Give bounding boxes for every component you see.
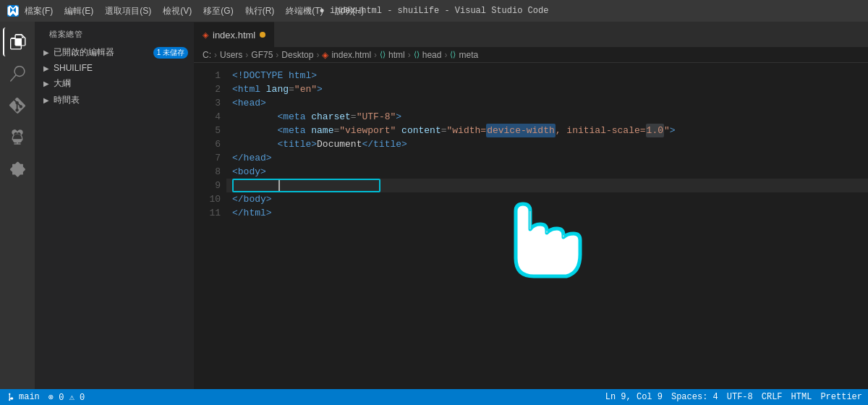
- status-spaces[interactable]: Spaces: 4: [671, 392, 718, 402]
- sidebar-item-label: 時間表: [54, 94, 80, 106]
- line9-indent: [232, 179, 277, 192]
- status-language[interactable]: HTML: [791, 392, 812, 402]
- code-line-4: <meta charset="UTF-8">: [226, 110, 868, 124]
- tab-bar: ◈ index.html: [194, 22, 868, 47]
- chevron-right-icon: ▶: [43, 80, 49, 88]
- code-line-6: <title>Document</title>: [226, 137, 868, 151]
- breadcrumb-users: Users: [220, 50, 242, 60]
- sidebar-section: ▶ 已開啟的編輯器 1 未儲存 ▶ SHUILIFE ▶ 大綱 ▶ 時間表: [35, 44, 194, 108]
- sidebar-item-outline[interactable]: ▶ 大綱: [35, 75, 194, 92]
- sidebar-item-shuiLife[interactable]: ▶ SHUILIFE: [35, 61, 194, 75]
- title-bar-left: 檔案(F) 編輯(E) 選取項目(S) 檢視(V) 移至(G) 執行(R) 終端…: [7, 5, 364, 17]
- sidebar-item-timeline[interactable]: ▶ 時間表: [35, 92, 194, 108]
- status-eol[interactable]: CRLF: [762, 392, 783, 402]
- menu-file[interactable]: 檔案(F): [25, 5, 53, 17]
- breadcrumb-icon-html: ◈: [322, 50, 328, 60]
- breadcrumb-icon-tag3: ⟨⟩: [450, 50, 456, 59]
- breadcrumb-c: C:: [203, 50, 211, 60]
- code-editor[interactable]: 1 2 3 4 5 6 7 8 9 10 11 <!DOCTYPE html> …: [194, 63, 868, 389]
- breadcrumb-sep: ›: [245, 50, 248, 60]
- vscode-logo-icon: [7, 5, 19, 17]
- breadcrumb-sep: ›: [408, 50, 411, 60]
- menu-run[interactable]: 執行(R): [245, 5, 275, 17]
- menu-select[interactable]: 選取項目(S): [105, 5, 151, 17]
- code-line-1: <!DOCTYPE html>: [226, 69, 868, 82]
- breadcrumb-gf75: GF75: [251, 50, 273, 60]
- sidebar-item-label: SHUILIFE: [54, 63, 93, 73]
- html-file-icon: ◈: [203, 30, 208, 40]
- activity-explorer[interactable]: [3, 27, 32, 56]
- code-line-8: <body>: [226, 165, 868, 179]
- line-numbers: 1 2 3 4 5 6 7 8 9 10 11: [194, 63, 226, 389]
- breadcrumb-indexhtml: index.html: [331, 50, 371, 60]
- tab-filename: index.html: [213, 30, 255, 40]
- chevron-right-icon: ▶: [43, 64, 49, 72]
- main-layout: 檔案總管 ▶ 已開啟的編輯器 1 未儲存 ▶ SHUILIFE ▶ 大綱 ▶ 時…: [0, 22, 868, 389]
- code-line-3: <head>: [226, 96, 868, 110]
- breadcrumb-sep: ›: [444, 50, 447, 60]
- code-content[interactable]: <!DOCTYPE html> <html lang="en"> <head> …: [226, 63, 868, 389]
- breadcrumb-sep: ›: [374, 50, 377, 60]
- status-bar-right: Ln 9, Col 9 Spaces: 4 UTF-8 CRLF HTML Pr…: [605, 392, 862, 402]
- sidebar: 檔案總管 ▶ 已開啟的編輯器 1 未儲存 ▶ SHUILIFE ▶ 大綱 ▶ 時…: [35, 22, 194, 389]
- unsaved-badge: 1 未儲存: [153, 47, 188, 59]
- activity-search[interactable]: [3, 59, 32, 88]
- breadcrumb-icon-tag1: ⟨⟩: [380, 50, 386, 59]
- breadcrumb-html: html: [388, 50, 405, 60]
- status-branch[interactable]: main: [6, 392, 40, 402]
- menu-goto[interactable]: 移至(G): [203, 5, 233, 17]
- sidebar-item-label: 已開啟的編輯器: [54, 46, 114, 59]
- chevron-down-icon: ▶: [43, 48, 49, 56]
- modified-dot: [260, 32, 265, 38]
- title-bar: 檔案(F) 編輯(E) 選取項目(S) 檢視(V) 移至(G) 執行(R) 終端…: [0, 0, 868, 22]
- status-formatter[interactable]: Prettier: [820, 392, 862, 402]
- breadcrumb-meta: meta: [459, 50, 478, 60]
- status-errors[interactable]: ⊗ 0 ⚠ 0: [48, 392, 85, 403]
- menu-bar[interactable]: 檔案(F) 編輯(E) 選取項目(S) 檢視(V) 移至(G) 執行(R) 終端…: [25, 5, 364, 17]
- code-line-9[interactable]: [226, 179, 868, 192]
- activity-debug[interactable]: [3, 123, 32, 152]
- breadcrumb-sep: ›: [276, 50, 278, 60]
- editor-area: ◈ index.html C: › Users › GF75 › Desktop…: [194, 22, 868, 389]
- breadcrumb-desktop: Desktop: [281, 50, 313, 60]
- code-line-5: <meta name="viewport" content="width=dev…: [226, 124, 868, 137]
- sidebar-item-label: 大綱: [54, 77, 71, 90]
- status-encoding[interactable]: UTF-8: [727, 392, 753, 402]
- status-cursor-pos[interactable]: Ln 9, Col 9: [605, 392, 663, 402]
- activity-extensions[interactable]: [3, 155, 32, 184]
- chevron-right-icon: ▶: [43, 96, 49, 104]
- breadcrumb-icon-tag2: ⟨⟩: [414, 50, 420, 59]
- text-cursor: [278, 180, 280, 191]
- breadcrumb-sep: ›: [214, 50, 217, 60]
- code-line-10: </body>: [226, 192, 868, 206]
- sidebar-header: 檔案總管: [35, 22, 194, 44]
- status-bar: main ⊗ 0 ⚠ 0 Ln 9, Col 9 Spaces: 4 UTF-8…: [0, 389, 868, 405]
- breadcrumb-head: head: [422, 50, 442, 60]
- activity-git[interactable]: [3, 91, 32, 120]
- tab-index-html[interactable]: ◈ index.html: [194, 22, 274, 47]
- menu-edit[interactable]: 編輯(E): [64, 5, 93, 17]
- code-line-11: </html>: [226, 206, 868, 220]
- menu-terminal[interactable]: 終端機(T): [286, 5, 323, 17]
- window-title: ● index.html - shuiLife - Visual Studio …: [320, 6, 549, 16]
- breadcrumb-sep: ›: [316, 50, 319, 60]
- code-line-2: <html lang="en">: [226, 82, 868, 96]
- menu-view[interactable]: 檢視(V): [163, 5, 192, 17]
- activity-bar: [0, 22, 35, 389]
- breadcrumb: C: › Users › GF75 › Desktop › ◈ index.ht…: [194, 47, 868, 63]
- sidebar-item-open-editors[interactable]: ▶ 已開啟的編輯器 1 未儲存: [35, 44, 194, 61]
- code-line-7: </head>: [226, 151, 868, 165]
